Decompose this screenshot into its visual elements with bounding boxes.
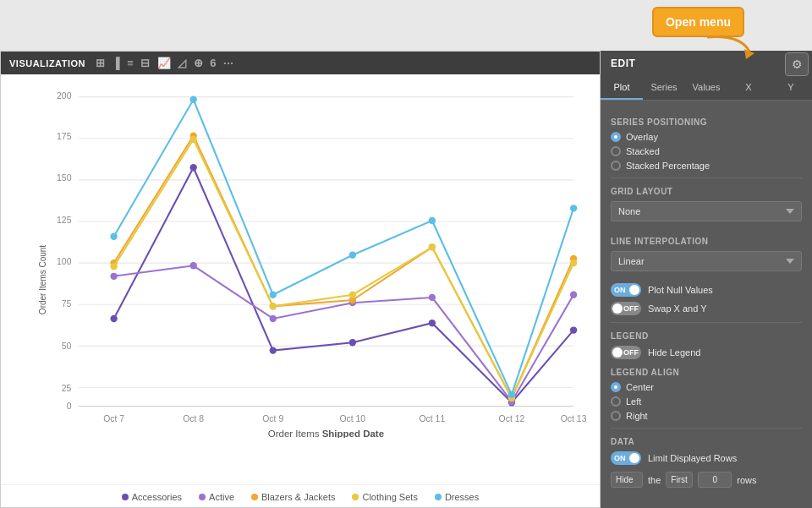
svg-point-56 — [189, 96, 196, 103]
number-icon[interactable]: 6 — [210, 57, 217, 69]
svg-text:50: 50 — [62, 341, 72, 351]
first-select[interactable]: First Last — [666, 472, 693, 488]
line-chart-icon[interactable]: 📈 — [157, 57, 172, 69]
table-icon[interactable]: ⊞ — [96, 57, 106, 69]
y-axis-label: Order Items Count — [38, 244, 47, 314]
plot-null-values-label: Plot Null Values — [648, 285, 713, 295]
svg-text:25: 25 — [62, 384, 72, 393]
hide-select[interactable]: Hide Show — [611, 472, 643, 488]
radio-left-label: Left — [626, 396, 641, 407]
more-icon[interactable]: ··· — [223, 57, 233, 69]
plot-null-values-row: ON Plot Null Values — [611, 283, 802, 297]
limit-rows-toggle[interactable]: ON — [611, 451, 641, 465]
series-positioning-label: Series Positioning — [611, 117, 802, 127]
svg-text:125: 125 — [57, 216, 72, 225]
grid-layout-label: Grid Layout — [611, 187, 802, 196]
svg-point-48 — [110, 263, 117, 270]
chart-area: Order Items Count 0 25 50 75 100 125 — [1, 74, 600, 484]
legend-label-clothing-sets: Clothing Sets — [362, 492, 417, 502]
svg-point-49 — [189, 136, 196, 143]
legend-align-group: Center Left Right — [611, 382, 802, 421]
svg-point-36 — [270, 315, 277, 322]
svg-point-57 — [270, 292, 277, 298]
edit-tabs: Plot Series Values X Y — [601, 76, 812, 101]
radio-center-circle — [611, 382, 621, 392]
radio-center[interactable]: Center — [611, 382, 802, 392]
toggle-knob — [629, 285, 639, 295]
svg-point-61 — [570, 205, 577, 211]
sort-icon[interactable]: ≡ — [127, 57, 134, 69]
visualization-header: VISUALIZATION ⊞ ▐ ≡ ⊟ 📈 ◿ ⊕ 6 ··· — [1, 52, 600, 74]
svg-text:Oct 9: Oct 9 — [262, 414, 283, 423]
tab-values[interactable]: Values — [685, 76, 727, 100]
tab-x[interactable]: X — [727, 76, 770, 100]
radio-left-circle — [611, 396, 621, 407]
radio-right[interactable]: Right — [611, 411, 802, 421]
svg-text:175: 175 — [57, 132, 72, 141]
the-label: the — [648, 475, 661, 485]
rows-input[interactable] — [698, 472, 732, 488]
bar-chart-icon[interactable]: ▐ — [112, 57, 121, 69]
svg-point-59 — [429, 217, 436, 224]
radio-stacked-pct-label: Stacked Percentage — [626, 161, 710, 171]
map-icon[interactable]: ⊕ — [194, 57, 204, 69]
hide-legend-toggle[interactable]: OFF — [611, 346, 641, 359]
legend-label-dresses: Dresses — [445, 492, 479, 502]
tab-y[interactable]: Y — [770, 76, 812, 100]
radio-stacked-pct[interactable]: Stacked Percentage — [611, 161, 802, 171]
svg-point-34 — [110, 273, 117, 280]
svg-point-27 — [110, 315, 117, 322]
legend-align-label: Legend Align — [611, 368, 802, 377]
chart-svg: 0 25 50 75 100 125 150 175 200 Oct 7 Oct… — [43, 83, 591, 438]
legend-blazers: Blazers & Jackets — [251, 492, 335, 502]
series-positioning-group: Overlay Stacked Stacked Percentage — [611, 132, 802, 171]
gear-button[interactable]: ⚙ — [785, 52, 809, 76]
legend-label-accessories: Accessories — [132, 492, 182, 502]
svg-text:0: 0 — [67, 401, 72, 411]
data-section-label: DATA — [611, 437, 802, 446]
hide-legend-knob — [612, 347, 623, 358]
svg-text:Oct 11: Oct 11 — [419, 414, 445, 423]
svg-point-55 — [110, 233, 117, 240]
toggle-on-label: ON — [614, 286, 626, 294]
legend-section-label: LEGEND — [611, 331, 802, 341]
radio-right-circle — [611, 411, 621, 421]
svg-point-35 — [189, 262, 196, 269]
radio-overlay[interactable]: Overlay — [611, 132, 802, 142]
radio-stacked[interactable]: Stacked — [611, 146, 802, 156]
limit-rows-knob — [629, 453, 639, 463]
line-interpolation-select[interactable]: Linear — [611, 251, 802, 271]
svg-text:75: 75 — [62, 299, 72, 309]
rows-label: rows — [737, 475, 756, 485]
edit-content: Series Positioning Overlay Stacked Stack… — [601, 101, 812, 508]
svg-text:Oct 12: Oct 12 — [499, 414, 525, 423]
tab-plot[interactable]: Plot — [601, 76, 643, 100]
line-interpolation-label: Line Interpolation — [611, 237, 802, 246]
toggle-off-label: OFF — [623, 304, 639, 313]
swap-xy-knob — [612, 303, 623, 314]
grid-layout-select[interactable]: None — [611, 201, 802, 221]
radio-overlay-circle — [611, 132, 621, 142]
chart-legend: Accessories Active Blazers & Jackets Clo… — [1, 484, 600, 507]
legend-dresses: Dresses — [435, 492, 479, 502]
legend-label-blazers: Blazers & Jackets — [261, 492, 335, 502]
legend-active: Active — [199, 492, 234, 502]
plot-null-values-toggle[interactable]: ON — [611, 283, 641, 297]
tab-series[interactable]: Series — [643, 76, 685, 100]
svg-point-58 — [349, 252, 356, 259]
legend-label-active: Active — [209, 492, 234, 502]
radio-right-label: Right — [626, 411, 648, 421]
swap-xy-toggle[interactable]: OFF — [611, 302, 641, 315]
legend-clothing-sets: Clothing Sets — [352, 492, 417, 502]
toggle-hide-legend-label: OFF — [623, 348, 639, 357]
svg-point-52 — [429, 243, 436, 250]
hide-legend-label: Hide Legend — [648, 347, 700, 358]
divider-3 — [611, 428, 802, 429]
svg-text:Oct 13: Oct 13 — [561, 414, 587, 423]
arrow-icon — [707, 30, 758, 64]
radio-left[interactable]: Left — [611, 396, 802, 407]
area-chart-icon[interactable]: ◿ — [178, 57, 187, 69]
svg-point-40 — [570, 292, 577, 298]
grid-icon[interactable]: ⊟ — [140, 57, 151, 69]
svg-point-30 — [349, 339, 356, 346]
